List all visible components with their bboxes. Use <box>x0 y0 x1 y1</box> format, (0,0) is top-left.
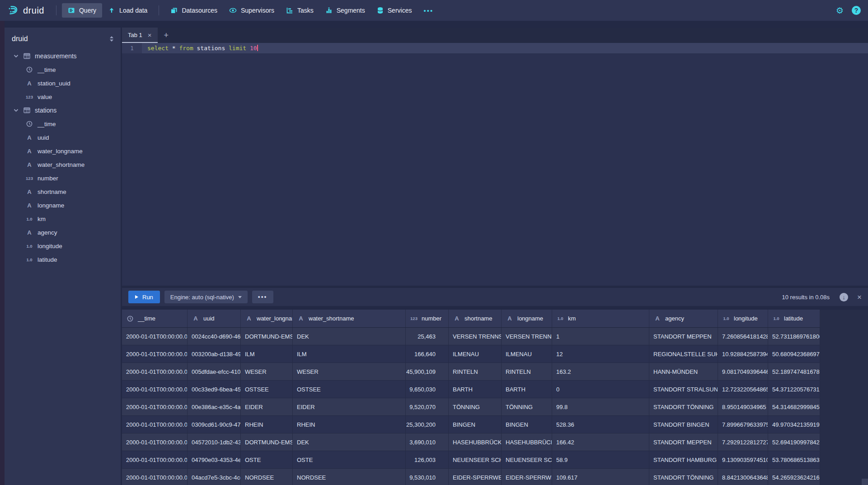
sidebar-column-stations-longitude[interactable]: 1.0longitude <box>12 239 121 253</box>
nav-item-segments[interactable]: Segments <box>319 3 371 18</box>
cell-longitude[interactable]: 8.950149034965 <box>718 398 768 416</box>
cell-shortname[interactable]: EIDER-SPERRWERK AP <box>449 469 502 485</box>
sort-icon[interactable] <box>109 36 114 42</box>
cell-__time[interactable]: 2000-01-01T00:00:00.000Z <box>122 451 188 469</box>
cell-agency[interactable]: STANDORT MEPPEN <box>649 433 718 451</box>
cell-longname[interactable]: NEUENSEER SCHLEUSE <box>502 451 552 469</box>
cell-water_longname[interactable]: WESER <box>241 363 293 381</box>
cell-km[interactable]: 528.36 <box>552 416 649 433</box>
cell-__time[interactable]: 2000-01-01T00:00:00.000Z <box>122 433 188 451</box>
cell-latitude[interactable]: 49.970342135919 <box>768 416 820 433</box>
add-tab-button[interactable]: + <box>158 28 175 43</box>
cell-km[interactable]: 1 <box>552 328 649 345</box>
cell-uuid[interactable]: 04572010-1db2-4338- <box>188 433 241 451</box>
column-header-water_shortname[interactable]: Awater_shortname <box>293 310 406 327</box>
cell-agency[interactable]: STANDORT TÖNNING <box>649 398 718 416</box>
cell-latitude[interactable]: 52.694190997842 <box>768 433 820 451</box>
cell-shortname[interactable]: ILMENAU <box>449 345 502 363</box>
cell-uuid[interactable]: 04790e03-4353-4e80- <box>188 451 241 469</box>
cell-agency[interactable]: STANDORT TÖNNING <box>649 469 718 485</box>
cell-__time[interactable]: 2000-01-01T00:00:00.000Z <box>122 381 188 398</box>
gear-icon[interactable]: ⚙ <box>836 5 844 16</box>
cell-water_longname[interactable]: RHEIN <box>241 416 293 433</box>
sidebar-column-stations-uuid[interactable]: Auuid <box>12 131 121 144</box>
cell-longname[interactable]: RINTELN <box>502 363 552 381</box>
cell-__time[interactable]: 2000-01-01T00:00:00.000Z <box>122 363 188 381</box>
cell-water_shortname[interactable]: NORDSEE <box>293 469 406 485</box>
close-results-icon[interactable]: × <box>857 293 862 301</box>
nav-item-query[interactable]: Query <box>62 3 102 18</box>
cell-longname[interactable]: EIDER-SPERRWERK AP <box>502 469 552 485</box>
cell-agency[interactable]: STANDORT STRALSUND <box>649 381 718 398</box>
cell-km[interactable]: 166.42 <box>552 433 649 451</box>
druid-logo[interactable]: druid <box>7 5 44 16</box>
cell-uuid[interactable]: 00e386ac-e35c-4a6e- <box>188 398 241 416</box>
nav-item-tasks[interactable]: Tasks <box>280 3 319 18</box>
scrollbar-corner[interactable] <box>862 479 868 485</box>
cell-water_shortname[interactable]: OSTE <box>293 451 406 469</box>
cell-number[interactable]: 9,530,010 <box>406 469 449 485</box>
sidebar-column-measurements-station_uuid[interactable]: Astation_uuid <box>12 76 121 90</box>
cell-latitude[interactable]: 52.7311869761806 <box>768 328 820 345</box>
cell-longname[interactable]: ILMENAU <box>502 345 552 363</box>
column-header-latitude[interactable]: 1.0latitude <box>768 310 820 327</box>
cell-uuid[interactable]: 0024cc40-d690-468d- <box>188 328 241 345</box>
run-button[interactable]: Run <box>128 291 160 303</box>
cell-agency[interactable]: STANDORT HAMBURG <box>649 451 718 469</box>
cell-longname[interactable]: BINGEN <box>502 416 552 433</box>
cell-__time[interactable]: 2000-01-01T00:00:00.000Z <box>122 345 188 363</box>
cell-longname[interactable]: VERSEN TRENNSPITZE <box>502 328 552 345</box>
cell-agency[interactable]: REGIONALSTELLE SUHL <box>649 345 718 363</box>
cell-latitude[interactable]: 54.371220576731 <box>768 381 820 398</box>
cell-km[interactable]: 163.2 <box>552 363 649 381</box>
cell-water_shortname[interactable]: EIDER <box>293 398 406 416</box>
cell-water_longname[interactable]: EIDER <box>241 398 293 416</box>
cell-water_shortname[interactable]: WESER <box>293 363 406 381</box>
engine-select[interactable]: Engine: auto (sql-native) <box>164 291 248 303</box>
cell-uuid[interactable]: 003200ab-d138-49d9- <box>188 345 241 363</box>
sidebar-column-stations-agency[interactable]: Aagency <box>12 226 121 239</box>
cell-shortname[interactable]: NEUENSEER SCHLEUSE <box>449 451 502 469</box>
sidebar-table-stations[interactable]: stations <box>12 104 121 117</box>
sidebar-column-stations-water_shortname[interactable]: Awater_shortname <box>12 158 121 171</box>
cell-longitude[interactable]: 9.1309035974510 <box>718 451 768 469</box>
cell-__time[interactable]: 2000-01-01T00:00:00.000Z <box>122 469 188 485</box>
sidebar-table-measurements[interactable]: measurements <box>12 49 121 63</box>
cell-water_shortname[interactable]: OSTSEE <box>293 381 406 398</box>
cell-latitude[interactable]: 50.680942368697 <box>768 345 820 363</box>
column-header-km[interactable]: 1.0km <box>552 310 649 327</box>
sidebar-column-stations-km[interactable]: 1.0km <box>12 212 121 226</box>
cell-shortname[interactable]: RINTELN <box>449 363 502 381</box>
tab-close-icon[interactable]: × <box>148 32 152 38</box>
cell-number[interactable]: 45,900,109 <box>406 363 449 381</box>
cell-number[interactable]: 9,520,070 <box>406 398 449 416</box>
cell-longitude[interactable]: 10.928842587394 <box>718 345 768 363</box>
cell-shortname[interactable]: BARTH <box>449 381 502 398</box>
cell-longitude[interactable]: 7.2608564181428 <box>718 328 768 345</box>
cell-longitude[interactable]: 12.723220564865 <box>718 381 768 398</box>
nav-item-datasources[interactable]: Datasources <box>164 3 223 18</box>
cell-km[interactable]: 109.617 <box>552 469 649 485</box>
cell-__time[interactable]: 2000-01-01T00:00:00.000Z <box>122 398 188 416</box>
cell-water_longname[interactable]: DORTMUND-EMS-KANAL <box>241 328 293 345</box>
sidebar-column-stations-latitude[interactable]: 1.0latitude <box>12 253 121 266</box>
cell-shortname[interactable]: BINGEN <box>449 416 502 433</box>
cell-uuid[interactable]: 00c33ed9-6bea-45b4- <box>188 381 241 398</box>
cell-latitude[interactable]: 54.314682999845 <box>768 398 820 416</box>
cell-agency[interactable]: STANDORT BINGEN <box>649 416 718 433</box>
cell-number[interactable]: 25,463 <box>406 328 449 345</box>
cell-water_longname[interactable]: OSTE <box>241 451 293 469</box>
query-more-button[interactable]: ••• <box>252 291 273 303</box>
cell-number[interactable]: 3,690,010 <box>406 433 449 451</box>
cell-water_longname[interactable]: DORTMUND-EMS-KANAL <box>241 433 293 451</box>
cell-longname[interactable]: HASEHUBBRÜCKE <box>502 433 552 451</box>
cell-uuid[interactable]: 04acd7e5-3cbc-4cdd-b <box>188 469 241 485</box>
cell-km[interactable]: 99.8 <box>552 398 649 416</box>
cell-km[interactable]: 0 <box>552 381 649 398</box>
cell-water_shortname[interactable]: RHEIN <box>293 416 406 433</box>
column-header-shortname[interactable]: Ashortname <box>449 310 502 327</box>
cell-uuid[interactable]: 005dfdae-efcc-410a-b <box>188 363 241 381</box>
cell-shortname[interactable]: VERSEN TRENNSPITZE <box>449 328 502 345</box>
column-header-longname[interactable]: Alongname <box>502 310 552 327</box>
column-header-__time[interactable]: __time <box>122 310 188 327</box>
